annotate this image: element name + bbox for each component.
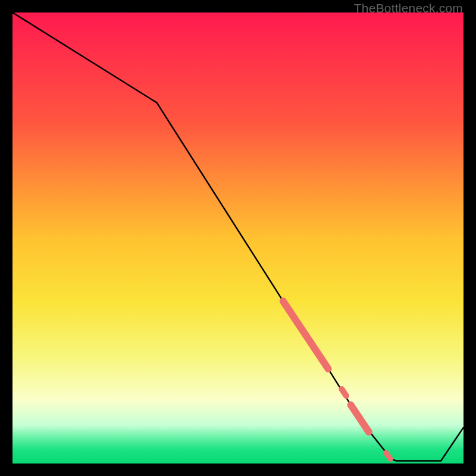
highlight-segment — [386, 453, 391, 459]
plot-area — [12, 12, 464, 464]
gradient-background — [12, 12, 464, 464]
chart-svg — [12, 12, 464, 464]
watermark-text: TheBottleneck.com — [354, 1, 463, 15]
highlight-segment — [342, 389, 346, 396]
chart-frame: TheBottleneck.com — [0, 0, 476, 476]
